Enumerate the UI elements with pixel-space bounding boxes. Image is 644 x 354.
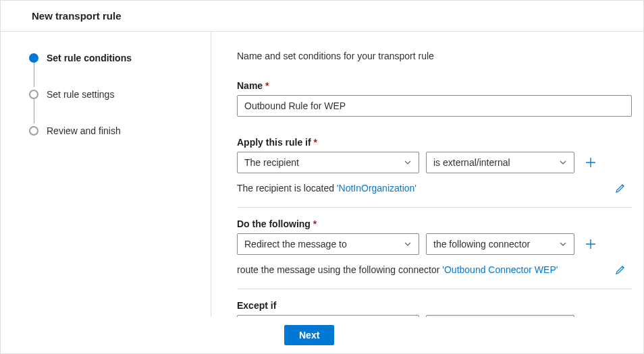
select-value: the following connector bbox=[433, 239, 530, 249]
section-divider bbox=[237, 289, 632, 289]
except-label: Except if bbox=[237, 300, 631, 311]
name-input[interactable] bbox=[237, 95, 632, 117]
step-set-rule-conditions[interactable]: Set rule conditions bbox=[29, 51, 211, 65]
select-value: Redirect the message to bbox=[244, 239, 347, 249]
apply-value-select[interactable]: is external/internal bbox=[426, 152, 574, 173]
step-label: Set rule settings bbox=[47, 89, 114, 100]
apply-label: Apply this rule if * bbox=[237, 137, 631, 148]
chevron-down-icon bbox=[404, 240, 412, 248]
name-label: Name * bbox=[237, 80, 631, 91]
edit-condition-button[interactable] bbox=[611, 179, 630, 198]
edit-icon bbox=[615, 264, 626, 275]
step-label: Set rule conditions bbox=[47, 53, 132, 63]
plus-icon bbox=[585, 238, 597, 250]
edit-action-button[interactable] bbox=[611, 260, 630, 279]
do-summary: route the message using the following co… bbox=[237, 264, 558, 275]
step-indicator-icon bbox=[29, 90, 38, 99]
do-value-select[interactable]: the following connector bbox=[426, 233, 574, 255]
select-value: The recipient bbox=[244, 157, 299, 168]
chevron-down-icon bbox=[404, 158, 412, 167]
next-button[interactable]: Next bbox=[284, 325, 334, 345]
add-condition-button[interactable] bbox=[581, 153, 600, 172]
step-set-rule-settings[interactable]: Set rule settings bbox=[29, 87, 211, 102]
edit-icon bbox=[615, 183, 626, 194]
step-indicator-icon bbox=[29, 53, 38, 63]
dialog-title: New transport rule bbox=[32, 10, 643, 22]
add-action-button[interactable] bbox=[581, 235, 600, 254]
page-intro: Name and set conditions for your transpo… bbox=[237, 51, 631, 61]
chevron-down-icon bbox=[559, 240, 567, 248]
dialog-header: New transport rule bbox=[1, 1, 643, 32]
main-panel: Name and set conditions for your transpo… bbox=[211, 32, 643, 317]
chevron-down-icon bbox=[559, 158, 567, 167]
apply-summary-link[interactable]: 'NotInOrganization' bbox=[337, 183, 417, 194]
step-connector bbox=[34, 63, 34, 87]
step-indicator-icon bbox=[29, 126, 38, 136]
step-review-and-finish[interactable]: Review and finish bbox=[29, 123, 211, 138]
apply-summary: The recipient is located 'NotInOrganizat… bbox=[237, 183, 417, 194]
step-nav: Set rule conditions Set rule settings Re… bbox=[1, 32, 211, 317]
step-label: Review and finish bbox=[47, 125, 121, 136]
step-connector bbox=[34, 99, 34, 123]
plus-icon bbox=[585, 156, 597, 169]
do-label: Do the following * bbox=[237, 218, 631, 229]
do-action-select[interactable]: Redirect the message to bbox=[237, 233, 419, 255]
section-divider bbox=[237, 207, 632, 208]
select-value: is external/internal bbox=[433, 157, 510, 168]
apply-condition-select[interactable]: The recipient bbox=[237, 152, 419, 173]
do-summary-link[interactable]: 'Outbound Connector WEP' bbox=[442, 264, 558, 275]
dialog-footer: Next bbox=[1, 317, 643, 353]
